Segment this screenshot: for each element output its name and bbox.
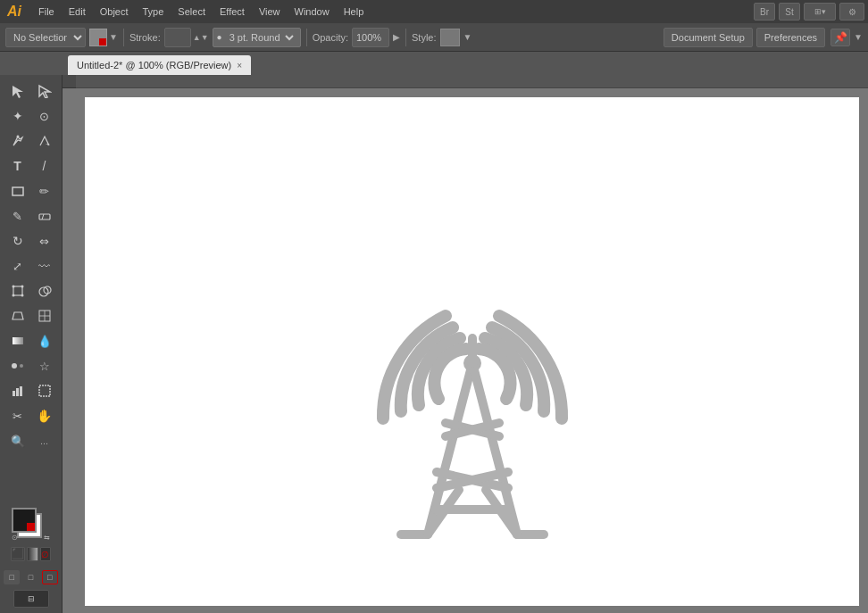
pencil-tool[interactable]: ✎: [5, 204, 30, 228]
draw-normal-btn[interactable]: □: [4, 570, 20, 584]
stroke-type-select[interactable]: 3 pt. Round: [224, 28, 296, 47]
toolbar-overflow-arrow[interactable]: ▼: [854, 32, 863, 42]
perspective-tool[interactable]: [5, 304, 30, 327]
antenna-illustration: [330, 160, 615, 543]
tool-row-9: [0, 278, 62, 303]
left-toolbar: ✦ ⊙ + T / ✏ ✎ ↻ ⇔: [0, 75, 63, 613]
svg-point-8: [12, 286, 14, 288]
slice-tool[interactable]: ✂: [5, 404, 30, 427]
style-dropdown-arrow[interactable]: ▼: [463, 32, 472, 42]
zoom-tool[interactable]: 🔍: [5, 429, 30, 452]
line-tool[interactable]: /: [32, 154, 57, 178]
fill-color-swatch[interactable]: [89, 29, 107, 46]
style-swatch[interactable]: [440, 29, 460, 46]
tool-row-10: [0, 303, 62, 328]
rotate-tool[interactable]: ↻: [5, 229, 30, 253]
tool-row-8: ⤢ 〰: [0, 253, 62, 278]
paintbrush-tool[interactable]: ✏: [32, 179, 57, 203]
tool-row-2: ✦ ⊙: [0, 104, 62, 128]
gradient-tool[interactable]: [5, 329, 30, 352]
svg-text:+: +: [46, 140, 50, 148]
mesh-tool[interactable]: [32, 304, 57, 327]
tab-close-btn[interactable]: ×: [237, 61, 242, 70]
main-layout: ✦ ⊙ + T / ✏ ✎ ↻ ⇔: [0, 75, 868, 613]
color-swatches: ⇆ ⊙: [12, 508, 51, 540]
stroke-weight-input[interactable]: [164, 28, 191, 47]
draw-inside-btn[interactable]: □: [42, 570, 58, 584]
menu-view[interactable]: View: [253, 4, 287, 19]
menu-select[interactable]: Select: [171, 4, 212, 19]
preferences-button[interactable]: Preferences: [756, 28, 825, 47]
stroke-profile-select[interactable]: ● 3 pt. Round: [213, 28, 301, 47]
svg-point-2: [16, 136, 19, 138]
draw-behind-btn[interactable]: □: [22, 570, 38, 584]
eyedropper-tool[interactable]: 💧: [32, 329, 57, 352]
document-setup-button[interactable]: Document Setup: [664, 28, 753, 47]
tool-row-11: 💧: [0, 328, 62, 353]
free-transform-tool[interactable]: [5, 279, 30, 302]
svg-point-11: [21, 294, 23, 297]
color-mode-btn[interactable]: ⬛: [11, 547, 25, 561]
menu-object[interactable]: Object: [94, 4, 135, 19]
opacity-expand-btn[interactable]: ▶: [393, 32, 400, 42]
svg-marker-1: [39, 86, 50, 98]
shape-builder-tool[interactable]: [32, 279, 57, 302]
svg-point-19: [20, 364, 23, 368]
add-anchor-tool[interactable]: +: [32, 129, 57, 153]
draw-mode-row: □ □ □: [0, 567, 62, 588]
reset-colors-btn[interactable]: ⊙: [12, 534, 18, 542]
document-tab[interactable]: Untitled-2* @ 100% (RGB/Preview) ×: [68, 55, 251, 75]
layers-panel-btn[interactable]: ⊟: [13, 590, 49, 608]
tab-bar: Untitled-2* @ 100% (RGB/Preview) ×: [0, 52, 868, 75]
selection-mode-select[interactable]: No Selection: [5, 28, 86, 47]
zoom-out-tool[interactable]: ...: [32, 429, 57, 452]
foreground-color-swatch[interactable]: [12, 508, 37, 533]
svg-rect-5: [39, 214, 50, 220]
stroke-label: Stroke:: [129, 32, 161, 43]
reflect-tool[interactable]: ⇔: [32, 229, 57, 253]
hand-tool[interactable]: ✋: [32, 404, 57, 427]
menu-bar: Ai File Edit Object Type Select Effect V…: [0, 0, 868, 23]
gradient-mode-btn[interactable]: [27, 547, 38, 561]
style-label: Style:: [412, 32, 437, 43]
opacity-input[interactable]: [352, 28, 389, 47]
tool-row-6: ✎: [0, 203, 62, 228]
menu-type[interactable]: Type: [137, 4, 171, 19]
graph-tool[interactable]: [5, 379, 30, 402]
scale-tool[interactable]: ⤢: [5, 254, 30, 278]
magic-wand-tool[interactable]: ✦: [5, 104, 30, 128]
selection-tool[interactable]: [5, 79, 30, 103]
symbol-tool[interactable]: ☆: [32, 354, 57, 377]
menu-help[interactable]: Help: [338, 4, 371, 19]
menu-effect[interactable]: Effect: [213, 4, 251, 19]
menu-window[interactable]: Window: [288, 4, 336, 19]
svg-rect-17: [13, 337, 23, 344]
workspace-switcher[interactable]: ⊞▾: [804, 3, 836, 21]
tool-row-14: ✂ ✋: [0, 403, 62, 428]
lasso-tool[interactable]: ⊙: [32, 104, 57, 128]
svg-point-9: [21, 286, 23, 288]
rectangle-tool[interactable]: [5, 179, 30, 203]
stroke-spinner[interactable]: ▲▼: [193, 33, 209, 42]
warp-tool[interactable]: 〰: [32, 254, 57, 278]
pin-btn[interactable]: 📌: [830, 29, 850, 46]
no-paint-btn[interactable]: ∅: [40, 547, 52, 561]
artboard-tool[interactable]: [32, 379, 57, 402]
menu-edit[interactable]: Edit: [63, 4, 92, 19]
tool-row-7: ↻ ⇔: [0, 228, 62, 253]
svg-line-6: [42, 214, 44, 220]
fill-dropdown-arrow[interactable]: ▼: [109, 32, 118, 42]
svg-rect-7: [13, 286, 22, 295]
app-logo: Ai: [4, 4, 25, 20]
canvas-area: [63, 75, 868, 613]
stock-icon[interactable]: St: [779, 3, 800, 21]
eraser-tool[interactable]: [32, 204, 57, 228]
bridge-icon[interactable]: Br: [754, 3, 775, 21]
blend-tool[interactable]: [5, 354, 30, 377]
menu-file[interactable]: File: [32, 4, 61, 19]
pen-tool[interactable]: [5, 129, 30, 153]
direct-selection-tool[interactable]: [32, 79, 57, 103]
type-tool[interactable]: T: [5, 154, 30, 178]
swap-colors-btn[interactable]: ⇆: [44, 534, 50, 542]
search-btn[interactable]: ⚙: [839, 3, 864, 21]
